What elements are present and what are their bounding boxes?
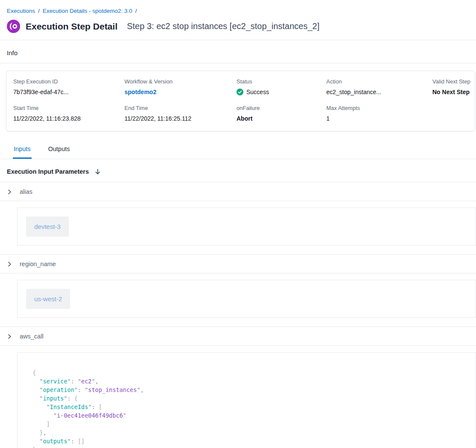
workflow-logo-icon bbox=[7, 20, 20, 33]
code-line: } bbox=[33, 445, 467, 448]
code-line: "i-0ec41ee046f49dbc6" bbox=[33, 411, 467, 420]
section-body: us-west-2 bbox=[0, 273, 476, 326]
page-title: Execution Step Detail bbox=[26, 21, 118, 32]
field-label: Max Attempts bbox=[326, 105, 432, 111]
code-token: stop_instances bbox=[88, 386, 137, 393]
code-token: ": bbox=[67, 438, 77, 445]
code-token bbox=[33, 421, 47, 427]
code-token: inputs bbox=[43, 395, 64, 402]
page-subtitle: Step 3: ec2 stop instances [ec2_stop_ins… bbox=[127, 21, 319, 31]
tab-bar: InputsOutputs bbox=[0, 139, 476, 159]
code-line: "operation": "stop_instances", bbox=[33, 386, 467, 394]
tab-outputs[interactable]: Outputs bbox=[47, 139, 71, 159]
code-token bbox=[33, 412, 53, 419]
chevron-right-icon bbox=[7, 261, 12, 267]
status-text: Success bbox=[246, 89, 269, 95]
breadcrumb: Executions/Execution Details - spotdemo2… bbox=[0, 0, 476, 14]
code-token: ] bbox=[47, 421, 50, 427]
code-token: service bbox=[43, 378, 67, 385]
field-label: Action bbox=[326, 78, 432, 85]
code-token bbox=[33, 403, 47, 410]
field-label: onFailure bbox=[237, 105, 326, 111]
info-field-end-time: End Time11/22/2022, 11:16:25.112 bbox=[124, 105, 237, 122]
code-token: ": bbox=[88, 403, 98, 410]
code-token: " bbox=[53, 412, 57, 419]
tab-inputs[interactable]: Inputs bbox=[13, 139, 32, 159]
code-token: , bbox=[43, 429, 46, 436]
field-value[interactable]: spotdemo2 bbox=[124, 89, 237, 95]
breadcrumb-separator: / bbox=[135, 8, 137, 14]
section-name: alias bbox=[20, 188, 33, 195]
code-token: ": " bbox=[67, 378, 81, 385]
section-toggle-region_name[interactable]: region_name bbox=[0, 255, 476, 273]
params-header-label: Execution Input Parameters bbox=[7, 168, 89, 175]
code-token: outputs bbox=[43, 438, 67, 445]
breadcrumb-link-execution-details[interactable]: Execution Details - spotdemo2: 3.0 bbox=[43, 8, 132, 14]
value-panel: devtest-3 bbox=[17, 208, 476, 246]
field-value: ec2_stop_instance... bbox=[326, 89, 432, 95]
collapse-all-arrow-icon[interactable] bbox=[95, 169, 101, 175]
code-token: ", bbox=[92, 378, 98, 385]
param-value-chip: us-west-2 bbox=[26, 289, 70, 309]
info-field-start-time: Start Time11/22/2022, 11:16:23.828 bbox=[13, 105, 124, 122]
section-toggle-aws_call[interactable]: aws_call bbox=[0, 327, 476, 346]
field-label: Start Time bbox=[13, 105, 124, 111]
field-value: 1 bbox=[326, 115, 432, 122]
code-token: ec2 bbox=[81, 378, 92, 385]
code-token bbox=[33, 386, 39, 393]
field-label: Step Execution ID bbox=[13, 78, 124, 85]
param-section-region_name: region_nameus-west-2 bbox=[0, 255, 476, 327]
code-token bbox=[33, 429, 39, 436]
param-sections: aliasdevtest-3region_nameus-west-2aws_ca… bbox=[0, 182, 476, 448]
info-field-valid-next-step: Valid Next StepNo Next Step bbox=[432, 78, 468, 95]
value-panel: us-west-2 bbox=[17, 280, 476, 318]
code-token: " bbox=[47, 403, 50, 410]
code-token: i-0ec41ee046f49dbc6 bbox=[57, 412, 123, 419]
code-line: "outputs": [] bbox=[33, 437, 467, 445]
json-panel: { "service": "ec2", "operation": "stop_i… bbox=[17, 352, 476, 448]
code-token: operation bbox=[43, 386, 74, 393]
page-header: Execution Step Detail Step 3: ec2 stop i… bbox=[0, 14, 476, 40]
code-token bbox=[33, 378, 39, 385]
code-token: [ bbox=[98, 403, 102, 410]
step-info-card: Step Execution ID7b73f93e-edaf-47c...Wor… bbox=[6, 71, 475, 131]
field-value: 7b73f93e-edaf-47c... bbox=[13, 89, 124, 95]
field-label: End Time bbox=[124, 105, 237, 111]
info-field-onfailure: onFailureAbort bbox=[237, 105, 326, 122]
breadcrumb-separator: / bbox=[38, 8, 40, 14]
code-token: { bbox=[74, 395, 78, 402]
field-value: 11/22/2022, 11:16:25.112 bbox=[124, 115, 237, 122]
field-label: Workflow & Version bbox=[124, 78, 237, 85]
breadcrumb-link-executions[interactable]: Executions bbox=[7, 8, 35, 14]
param-value-chip: devtest-3 bbox=[26, 217, 69, 237]
field-value: No Next Step bbox=[432, 89, 468, 95]
params-header: Execution Input Parameters bbox=[0, 159, 476, 182]
info-field-workflow-version: Workflow & Versionspotdemo2 bbox=[124, 78, 237, 95]
section-name: region_name bbox=[20, 261, 56, 267]
code-line: ] bbox=[33, 420, 467, 428]
code-token bbox=[33, 395, 39, 402]
field-value: 11/22/2022, 11:16:23.828 bbox=[13, 115, 124, 122]
info-field-step-execution-id: Step Execution ID7b73f93e-edaf-47c... bbox=[13, 78, 124, 95]
code-line: "InstanceIds": [ bbox=[33, 403, 467, 411]
section-body: devtest-3 bbox=[0, 201, 476, 254]
success-check-icon bbox=[237, 89, 243, 95]
code-token: InstanceIds bbox=[50, 403, 88, 410]
code-token: { bbox=[33, 369, 36, 376]
code-token: ": " bbox=[74, 386, 89, 393]
code-token: " bbox=[123, 412, 126, 419]
code-token: [] bbox=[78, 438, 85, 445]
info-field-max-attempts: Max Attempts1 bbox=[326, 105, 432, 122]
param-section-alias: aliasdevtest-3 bbox=[0, 182, 476, 255]
code-token: ", bbox=[137, 386, 144, 393]
section-toggle-alias[interactable]: alias bbox=[0, 182, 476, 201]
info-field-status: StatusSuccess bbox=[237, 78, 326, 95]
section-body: { "service": "ec2", "operation": "stop_i… bbox=[0, 346, 476, 448]
code-line: }, bbox=[33, 428, 467, 437]
field-label: Valid Next Step bbox=[432, 78, 468, 85]
code-line: "service": "ec2", bbox=[33, 377, 467, 386]
code-token: } bbox=[33, 446, 36, 448]
param-section-aws_call: aws_call{ "service": "ec2", "operation":… bbox=[0, 327, 476, 448]
chevron-right-icon bbox=[7, 189, 12, 195]
field-value: Abort bbox=[237, 115, 326, 122]
